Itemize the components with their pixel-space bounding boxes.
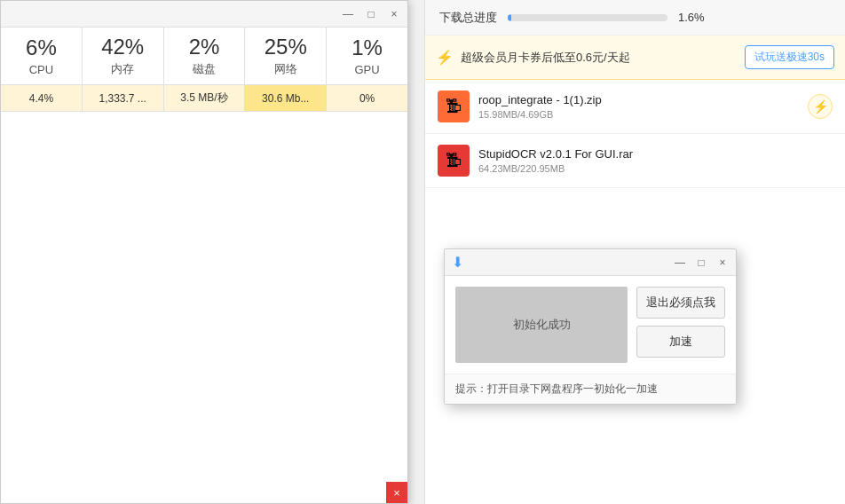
popup-minimize-button[interactable]: —	[674, 256, 686, 269]
gpu-stat: 1% GPU	[327, 28, 407, 84]
exit-button[interactable]: 退出必须点我	[636, 287, 725, 319]
memory-label: 内存	[111, 61, 134, 77]
promo-banner: ⚡ 超级会员月卡券后低至0.6元/天起 试玩送极速30s	[425, 35, 845, 80]
network-label: 网络	[274, 61, 297, 77]
download-item: 🗜 roop_integrate - 1(1).zip 15.98MB/4.69…	[425, 80, 845, 134]
popup-titlebar: ⬇ — □ ×	[445, 249, 736, 276]
task-manager-close-btn[interactable]: ×	[386, 482, 407, 503]
memory-value: 1,333.7 ...	[83, 85, 164, 111]
network-percent: 25%	[265, 35, 307, 60]
network-stat: 25% 网络	[245, 28, 327, 84]
download-item-size-2: 64.23MB/220.95MB	[478, 163, 833, 174]
gpu-label: GPU	[355, 63, 380, 76]
download-item-icon-1: 🗜	[438, 91, 470, 122]
progress-percent: 1.6%	[678, 11, 705, 24]
disk-value: 3.5 MB/秒	[164, 85, 246, 111]
memory-percent: 42%	[101, 35, 144, 60]
maximize-button[interactable]: □	[365, 8, 377, 20]
popup-title-icon: ⬇	[452, 254, 463, 271]
popup-init-text: 初始化成功	[455, 287, 628, 363]
download-item-size-1: 15.98MB/4.69GB	[478, 109, 799, 120]
download-progress-header: 下载总进度 1.6%	[425, 0, 845, 35]
disk-label: 磁盘	[193, 61, 216, 77]
file-icon-2: 🗜	[446, 152, 462, 170]
popup-body: 初始化成功 退出必须点我 加速	[445, 276, 736, 374]
popup-buttons: 退出必须点我 加速	[636, 287, 725, 363]
progress-track	[508, 14, 667, 21]
download-item-info-2: StupidOCR v2.0.1 For GUI.rar 64.23MB/220…	[478, 147, 833, 174]
progress-fill	[508, 14, 511, 21]
values-row: 4.4% 1,333.7 ... 3.5 MB/秒 30.6 Mb... 0%	[1, 85, 407, 112]
cpu-percent: 6%	[26, 35, 57, 61]
download-item-name-2: StupidOCR v2.0.1 For GUI.rar	[478, 147, 833, 161]
cpu-value: 4.4%	[1, 85, 83, 111]
disk-stat: 2% 磁盘	[164, 28, 246, 84]
cpu-stat: 6% CPU	[1, 28, 83, 84]
close-button[interactable]: ×	[388, 8, 400, 20]
progress-title: 下载总进度	[439, 10, 497, 26]
file-icon-1: 🗜	[446, 98, 462, 116]
task-manager-window: — □ × 6% CPU 42% 内存 2% 磁盘 25% 网络 1% GPU …	[0, 0, 408, 504]
download-item-info-1: roop_integrate - 1(1).zip 15.98MB/4.69GB	[478, 93, 799, 120]
network-value: 30.6 Mb...	[245, 85, 327, 111]
popup-footer: 提示：打开目录下网盘程序一初始化一加速	[445, 374, 736, 404]
popup-dialog: ⬇ — □ × 初始化成功 退出必须点我 加速 提示：打开目录下网盘程序一初始化…	[444, 248, 737, 405]
promo-button[interactable]: 试玩送极速30s	[745, 45, 834, 69]
download-item-icon-2: 🗜	[438, 145, 470, 177]
popup-titlebar-buttons: — □ ×	[674, 256, 729, 269]
cpu-label: CPU	[29, 63, 53, 76]
popup-close-button[interactable]: ×	[716, 256, 729, 269]
popup-maximize-button[interactable]: □	[695, 256, 707, 269]
disk-percent: 2%	[189, 35, 220, 60]
accelerate-button[interactable]: 加速	[636, 326, 725, 358]
download-item-name-1: roop_integrate - 1(1).zip	[478, 93, 799, 106]
minimize-button[interactable]: —	[342, 8, 354, 20]
memory-stat: 42% 内存	[83, 28, 164, 84]
task-manager-titlebar: — □ ×	[1, 1, 407, 28]
download-item-2: 🗜 StupidOCR v2.0.1 For GUI.rar 64.23MB/2…	[425, 134, 845, 188]
promo-text: 超级会员月卡券后低至0.6元/天起	[461, 50, 738, 66]
download-item-action-1[interactable]: ⚡	[808, 94, 833, 119]
stats-row: 6% CPU 42% 内存 2% 磁盘 25% 网络 1% GPU	[1, 28, 407, 85]
gpu-percent: 1%	[351, 35, 383, 61]
gpu-value: 0%	[327, 85, 407, 111]
promo-icon: ⚡	[436, 49, 454, 66]
